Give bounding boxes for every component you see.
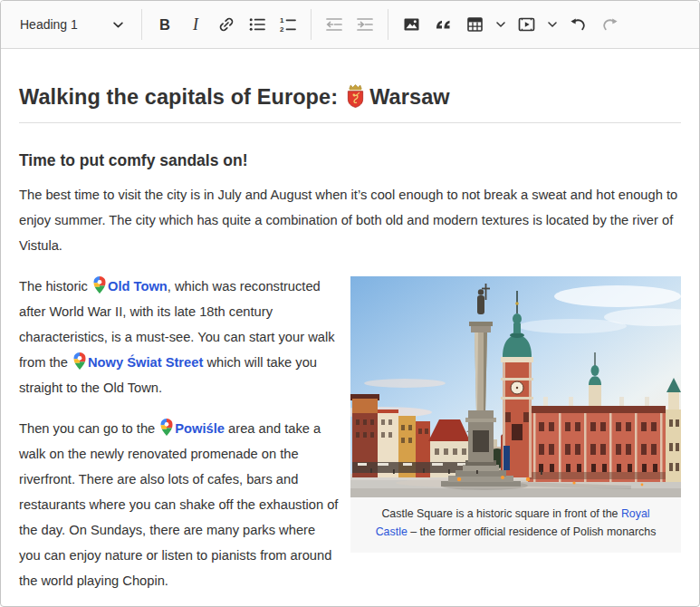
undo-button[interactable] (562, 8, 594, 41)
link-button[interactable] (211, 8, 242, 41)
bold-icon: B (159, 17, 170, 33)
map-pin-icon (160, 419, 173, 436)
page-title: Walking the capitals of Europe: Warsaw (19, 83, 681, 111)
map-pin-icon (93, 276, 106, 294)
italic-button[interactable]: I (180, 8, 211, 41)
numbered-list-icon: 1 2 (279, 15, 297, 34)
link-icon (217, 15, 235, 34)
bold-button[interactable]: B (149, 8, 180, 41)
castle-square-photo (350, 276, 681, 497)
insert-image-icon (402, 15, 421, 34)
horizontal-rule (19, 122, 681, 123)
image-caption: Castle Square is a historic square in fr… (350, 497, 681, 553)
table-dropdown-button[interactable] (491, 8, 511, 41)
warsaw-coat-of-arms-icon (345, 83, 366, 108)
chevron-down-icon (113, 22, 123, 28)
block-quote-button[interactable] (427, 8, 459, 41)
media-dropdown-button[interactable] (542, 8, 562, 41)
section-heading: Time to put comfy sandals on! (19, 148, 681, 173)
redo-icon (600, 15, 619, 34)
insert-table-button[interactable] (459, 8, 491, 41)
svg-text:1: 1 (280, 16, 284, 24)
outdent-button[interactable] (319, 8, 350, 41)
editor-toolbar: Heading 1 B I (1, 1, 699, 49)
heading-dropdown[interactable]: Heading 1 (9, 7, 134, 42)
toolbar-separator (311, 9, 312, 40)
media-embed-button[interactable] (511, 8, 542, 41)
editor-content-area[interactable]: Walking the capitals of Europe: Warsaw T… (1, 49, 699, 607)
indent-button[interactable] (350, 8, 380, 41)
rich-text-editor: Heading 1 B I (0, 0, 700, 607)
paragraph-intro: The best time to visit the city is in Ju… (19, 182, 681, 258)
svg-text:2: 2 (280, 25, 284, 34)
insert-table-icon (465, 15, 484, 34)
undo-icon (569, 15, 588, 34)
map-pin-icon (73, 352, 86, 370)
old-town-link[interactable]: Old Town (108, 279, 168, 294)
heading-dropdown-label: Heading 1 (20, 17, 78, 32)
insert-image-button[interactable] (396, 8, 427, 41)
block-quote-icon (434, 15, 453, 34)
media-embed-icon (517, 15, 536, 34)
bulleted-list-button[interactable] (242, 8, 273, 41)
italic-icon: I (193, 16, 198, 33)
nowy-swiat-street-link[interactable]: Nowy Świat Street (88, 355, 203, 370)
toolbar-separator (141, 9, 142, 40)
powisle-link[interactable]: Powiśle (175, 421, 225, 436)
bulleted-list-icon (248, 15, 266, 34)
chevron-down-icon (496, 22, 505, 27)
numbered-list-button[interactable]: 1 2 (273, 8, 303, 41)
indent-icon (356, 15, 374, 34)
redo-button[interactable] (594, 8, 626, 41)
chevron-down-icon (548, 22, 557, 27)
toolbar-separator (388, 9, 388, 40)
image-figure[interactable]: Castle Square is a historic square in fr… (350, 276, 681, 553)
outdent-icon (325, 15, 343, 34)
